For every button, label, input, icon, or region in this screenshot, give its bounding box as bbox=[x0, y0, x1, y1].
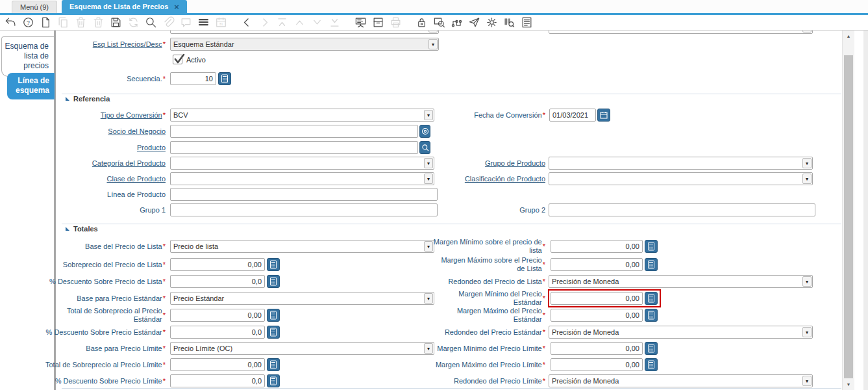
scroll-down-icon[interactable]: ▼ bbox=[843, 379, 854, 390]
close-icon[interactable]: × bbox=[174, 3, 179, 11]
grupo2-input[interactable] bbox=[549, 203, 815, 216]
calculator-button[interactable] bbox=[267, 326, 280, 339]
margenMaxLimite-input[interactable]: 0,00 bbox=[551, 358, 643, 371]
descuentoEstandar-input[interactable]: 0,0 bbox=[170, 326, 265, 339]
socioNegocio-label[interactable]: Socio del Negocio bbox=[39, 125, 166, 138]
grupoProducto-label[interactable]: Grupo de Producto bbox=[432, 157, 545, 170]
calculator-button[interactable] bbox=[645, 292, 658, 305]
report-icon[interactable] bbox=[354, 16, 367, 29]
producto-label[interactable]: Producto bbox=[39, 141, 166, 154]
calculator-button[interactable] bbox=[645, 258, 658, 271]
esqListPrecios-label[interactable]: Esq List Precios/Desc* bbox=[39, 38, 166, 51]
claseProducto-label[interactable]: Clase de Producto bbox=[39, 172, 166, 185]
tipoConversion-label[interactable]: Tipo de Conversión* bbox=[39, 109, 166, 122]
grupoProducto-select[interactable]: ▾ bbox=[549, 157, 813, 170]
descuentoEstandar-label: % Descuento Sobre Precio Estándar* bbox=[39, 326, 166, 339]
grid-toggle-icon[interactable] bbox=[197, 16, 210, 29]
product-info-icon[interactable] bbox=[502, 16, 515, 29]
scrollbar-thumb[interactable] bbox=[844, 55, 853, 378]
redondeoLimite-label: Redondeo del Precio Límite* bbox=[432, 374, 545, 387]
calculator-button[interactable] bbox=[267, 374, 280, 387]
required-asterisk: * bbox=[163, 75, 166, 83]
tab-menu[interactable]: Menú (9) bbox=[12, 1, 57, 13]
sobreprecioEstandar-input[interactable]: 0,00 bbox=[170, 309, 265, 322]
descuentoLimite-label: % Descuento Sobre Precio Límite* bbox=[39, 374, 166, 387]
producto-input[interactable] bbox=[170, 141, 418, 154]
calculator-button[interactable] bbox=[267, 275, 280, 288]
combo-arrow-icon[interactable]: ▾ bbox=[428, 39, 438, 49]
tipoConversion-select[interactable]: BCV▾ bbox=[170, 109, 434, 122]
preference-icon[interactable] bbox=[485, 16, 498, 29]
zoom-across-icon[interactable] bbox=[432, 16, 445, 29]
partial-field-top-right[interactable]: ▾ bbox=[549, 31, 813, 34]
secuencia-input[interactable]: 10 bbox=[170, 72, 216, 85]
activo-label: Activo bbox=[186, 53, 206, 66]
clasificacionProducto-label[interactable]: Clasificación de Producto bbox=[432, 172, 545, 185]
socioNegocio-input[interactable] bbox=[170, 125, 418, 138]
calculator-icon bbox=[269, 260, 277, 269]
new-record-icon[interactable] bbox=[39, 16, 52, 29]
calendar-button[interactable] bbox=[597, 109, 610, 122]
grupo1-input[interactable] bbox=[170, 203, 438, 216]
margenMinLista-input[interactable]: 0,00 bbox=[551, 240, 643, 253]
prev-record-icon[interactable] bbox=[240, 16, 253, 29]
calculator-button[interactable] bbox=[267, 358, 280, 371]
required-asterisk: * bbox=[163, 294, 166, 303]
tab-esquema-lista-precios[interactable]: Esquema de Lista de Precios × bbox=[62, 0, 187, 13]
save-icon[interactable] bbox=[109, 16, 122, 29]
undo-icon[interactable] bbox=[4, 16, 17, 29]
calculator-button[interactable] bbox=[218, 72, 231, 85]
business-partner-search-button[interactable] bbox=[419, 125, 430, 138]
redondeoEstandar-select[interactable]: Precisión de Moneda▾ bbox=[549, 326, 813, 339]
section-divider bbox=[62, 94, 841, 94]
workflow-icon[interactable] bbox=[450, 16, 463, 29]
help-icon[interactable]: ? bbox=[21, 16, 34, 29]
margenMaxLista-input[interactable]: 0,00 bbox=[551, 258, 643, 271]
margenMaxEstandar-input[interactable]: 0,00 bbox=[551, 309, 643, 322]
lock-icon[interactable] bbox=[415, 16, 428, 29]
descuentoLista-input[interactable]: 0,0 bbox=[170, 275, 265, 288]
margenMinEstandar-input[interactable]: 0,00 bbox=[551, 292, 643, 305]
archive-icon[interactable] bbox=[371, 16, 384, 29]
calculator-button[interactable] bbox=[645, 342, 658, 355]
sobreprecioLista-input[interactable]: 0,00 bbox=[170, 258, 265, 271]
combo-arrow-icon[interactable]: ▾ bbox=[802, 174, 812, 184]
calculator-button[interactable] bbox=[645, 240, 658, 253]
calculator-button[interactable] bbox=[267, 309, 280, 322]
fechaConversion-input[interactable]: 01/03/2021 bbox=[549, 109, 596, 122]
lineaProducto-input[interactable] bbox=[170, 188, 438, 201]
combo-arrow-icon[interactable]: ▾ bbox=[802, 276, 812, 287]
combo-arrow-icon[interactable]: ▾ bbox=[802, 327, 812, 337]
combo-arrow-icon[interactable]: ▾ bbox=[802, 158, 812, 168]
combo-arrow-icon[interactable]: ▾ bbox=[802, 376, 812, 386]
claseProducto-select[interactable]: ▾ bbox=[170, 172, 434, 185]
product-search-button[interactable] bbox=[419, 141, 430, 154]
redondeoLimite-select[interactable]: Precisión de Moneda▾ bbox=[549, 374, 813, 387]
vertical-scrollbar[interactable]: ▲ ▼ bbox=[842, 31, 854, 390]
margenMinLimite-input[interactable]: 0,00 bbox=[551, 342, 643, 355]
calculator-button[interactable] bbox=[645, 358, 658, 371]
scroll-up-icon[interactable]: ▲ bbox=[843, 31, 854, 42]
categoriaProducto-label[interactable]: Categoría del Producto bbox=[39, 157, 166, 170]
clasificacionProducto-select[interactable]: ▾ bbox=[549, 172, 813, 185]
find-icon[interactable] bbox=[144, 16, 157, 29]
tab-window-label: Esquema de Lista de Precios bbox=[69, 3, 168, 10]
calculator-button[interactable] bbox=[645, 309, 658, 322]
basePrecioLista-select[interactable]: Precio de lista▾ bbox=[170, 240, 434, 253]
request-icon[interactable] bbox=[467, 16, 480, 29]
partial-field-top-left[interactable]: ▾ bbox=[170, 31, 439, 34]
descuentoLimite-input[interactable]: 0,0 bbox=[170, 374, 265, 387]
esqListPrecios-select[interactable]: Esquema Estándar▾ bbox=[170, 38, 439, 51]
required-asterisk: * bbox=[163, 328, 166, 337]
basePrecioEstandar-select[interactable]: Precio Estándar▾ bbox=[170, 292, 434, 305]
basePrecioLimite-select[interactable]: Precio Límite (OC)▾ bbox=[170, 342, 434, 355]
window-report-icon[interactable] bbox=[520, 16, 533, 29]
categoriaProducto-select[interactable]: ▾ bbox=[170, 157, 434, 170]
calculator-button[interactable] bbox=[267, 258, 280, 271]
section-divider bbox=[62, 388, 841, 389]
sobreprecioLimite-input[interactable]: 0,00 bbox=[170, 358, 265, 371]
section-totales-header[interactable]: Totales bbox=[66, 225, 98, 233]
section-referencia-header[interactable]: Referencia bbox=[66, 95, 110, 103]
activo-checkbox[interactable] bbox=[173, 55, 182, 64]
redondeoLista-select[interactable]: Precisión de Moneda▾ bbox=[549, 275, 813, 288]
